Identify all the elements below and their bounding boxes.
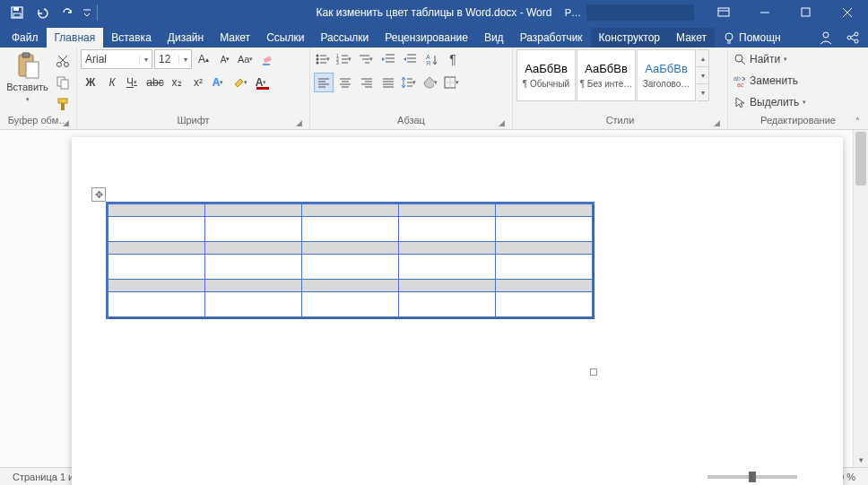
styles-gallery[interactable]: АаБбВв¶ Обычный АаБбВв¶ Без инте… АаБбВв…	[516, 49, 709, 101]
change-case-button[interactable]: Aa▾	[237, 49, 256, 69]
zoom-handle[interactable]	[749, 472, 756, 482]
format-painter-button[interactable]	[53, 94, 73, 114]
document-name: Как изменить цвет таблицы в Word.docx	[317, 6, 517, 19]
font-name-combo[interactable]: Arial▾	[81, 49, 152, 69]
user-account[interactable]	[586, 4, 694, 21]
find-button[interactable]: Найти▾	[732, 49, 793, 69]
svg-text:A: A	[426, 54, 430, 60]
maximize-button[interactable]	[786, 0, 827, 25]
align-center-button[interactable]	[335, 73, 355, 92]
select-button[interactable]: Выделить▾	[732, 92, 812, 112]
grow-font-button[interactable]: A▴	[194, 49, 213, 69]
share-button[interactable]	[843, 28, 863, 48]
shading-button[interactable]: ▾	[421, 73, 441, 92]
zoom-slider[interactable]	[707, 475, 797, 479]
tab-home[interactable]: Главная	[47, 28, 104, 48]
svg-line-78	[742, 61, 745, 65]
app-name: Word	[526, 6, 551, 19]
bullets-button[interactable]: ▾	[314, 49, 334, 69]
svg-rect-1	[13, 7, 19, 11]
line-spacing-button[interactable]: ▾	[400, 73, 420, 92]
decrease-indent-button[interactable]	[378, 49, 398, 69]
cut-button[interactable]	[53, 51, 73, 71]
copy-button[interactable]	[53, 73, 73, 92]
multilevel-list-button[interactable]: ▾	[357, 49, 377, 69]
font-launcher[interactable]: ◢	[293, 117, 304, 128]
style-no-spacing[interactable]: АаБбВв¶ Без инте…	[577, 49, 636, 101]
svg-line-23	[60, 56, 67, 63]
scroll-down-button[interactable]: ▾	[854, 452, 868, 467]
tab-table-design[interactable]: Конструктор	[591, 28, 668, 48]
font-color-button[interactable]: A▾	[253, 73, 273, 92]
styles-launcher[interactable]: ◢	[711, 117, 722, 128]
group-clipboard: Вставить ▾ Буфер обм…◢	[0, 48, 77, 129]
title-bar: Как изменить цвет таблицы в Word.docx - …	[0, 0, 868, 25]
text-effects-button[interactable]: A▾	[210, 73, 230, 92]
shrink-font-button[interactable]: A▾	[215, 49, 235, 69]
style-normal[interactable]: АаБбВв¶ Обычный	[516, 49, 576, 101]
table-move-handle[interactable]: ✥	[91, 187, 106, 202]
svg-point-34	[317, 58, 319, 61]
ribbon-options-button[interactable]	[703, 0, 744, 25]
undo-button[interactable]	[30, 2, 54, 23]
underline-button[interactable]: Ч▾	[124, 73, 143, 92]
scrollbar-thumb[interactable]	[855, 132, 866, 186]
svg-rect-6	[802, 8, 810, 16]
svg-rect-26	[61, 80, 68, 89]
title-right: Р…	[565, 0, 868, 25]
tab-layout[interactable]: Макет	[212, 28, 258, 48]
tab-view[interactable]: Вид	[476, 28, 512, 48]
font-size-combo[interactable]: 12▾	[154, 49, 192, 69]
cursor-icon	[733, 96, 746, 108]
svg-rect-19	[22, 53, 30, 57]
vertical-scrollbar[interactable]: ▾	[853, 130, 868, 467]
paragraph-launcher[interactable]: ◢	[496, 117, 507, 128]
svg-rect-3	[718, 8, 729, 16]
document-area: ✥ ▾	[0, 130, 868, 467]
save-button[interactable]	[5, 2, 29, 23]
replace-button[interactable]: abacЗаменить	[732, 71, 800, 91]
tab-file[interactable]: Файл	[4, 28, 47, 48]
subscript-button[interactable]: x₂	[167, 73, 187, 92]
tab-review[interactable]: Рецензирование	[377, 28, 476, 48]
tab-design[interactable]: Дизайн	[160, 28, 212, 48]
tab-mailings[interactable]: Рассылки	[312, 28, 377, 48]
italic-button[interactable]: К	[102, 73, 122, 92]
show-marks-button[interactable]: ¶	[443, 49, 463, 69]
strikethrough-button[interactable]: abc	[145, 73, 165, 92]
align-left-button[interactable]	[314, 73, 334, 92]
sort-button[interactable]: AЯ	[421, 49, 441, 69]
borders-button[interactable]: ▾	[443, 73, 463, 92]
clipboard-launcher[interactable]: ◢	[60, 117, 71, 128]
styles-gallery-more[interactable]: ▴▾▾	[697, 49, 709, 101]
table-resize-handle[interactable]	[590, 368, 597, 376]
tab-developer[interactable]: Разработчик	[512, 28, 591, 48]
svg-rect-27	[58, 99, 67, 103]
justify-button[interactable]	[378, 73, 398, 92]
quick-access-toolbar	[0, 2, 100, 23]
align-right-button[interactable]	[357, 73, 377, 92]
tab-insert[interactable]: Вставка	[103, 28, 160, 48]
svg-line-24	[58, 56, 65, 63]
table[interactable]	[106, 202, 595, 319]
close-button[interactable]	[827, 0, 868, 25]
paste-button[interactable]: Вставить ▾	[4, 49, 51, 105]
bold-button[interactable]: Ж	[81, 73, 100, 92]
tab-references[interactable]: Ссылки	[258, 28, 312, 48]
tab-table-layout[interactable]: Макет	[668, 28, 715, 48]
numbering-button[interactable]: 123▾	[335, 49, 355, 69]
collapse-ribbon-button[interactable]: ˄	[850, 115, 864, 127]
svg-rect-20	[26, 62, 39, 78]
style-heading1[interactable]: АаБбВвЗаголово…	[637, 49, 696, 101]
increase-indent-button[interactable]	[400, 49, 420, 69]
account-icon[interactable]	[816, 28, 836, 48]
qat-customize-button[interactable]	[81, 2, 93, 23]
minimize-button[interactable]	[744, 0, 786, 25]
redo-button[interactable]	[56, 2, 79, 23]
window-title: Как изменить цвет таблицы в Word.docx - …	[317, 6, 552, 19]
svg-rect-28	[61, 103, 65, 110]
tell-me[interactable]: Помощн	[715, 28, 789, 48]
highlight-button[interactable]: ▾	[231, 73, 251, 92]
clear-formatting-button[interactable]	[258, 49, 278, 69]
superscript-button[interactable]: x²	[188, 73, 208, 92]
